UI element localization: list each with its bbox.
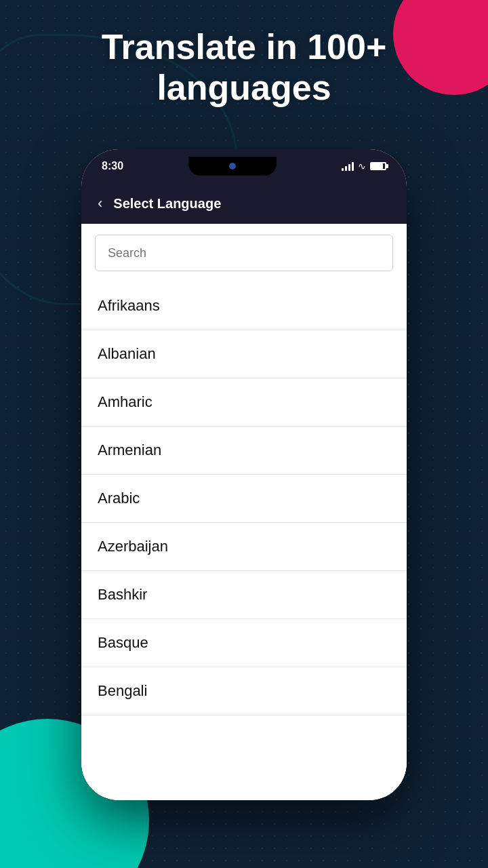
language-name: Amharic	[98, 393, 152, 410]
language-name: Azerbaijan	[98, 538, 168, 555]
header-title: Translate in 100+ languages	[0, 27, 488, 108]
language-name: Bashkir	[98, 586, 147, 603]
list-item[interactable]: Afrikaans	[81, 282, 407, 330]
language-list: AfrikaansAlbanianAmharicArmenianArabicAz…	[81, 282, 407, 800]
list-item[interactable]: Armenian	[81, 427, 407, 475]
list-item[interactable]: Bashkir	[81, 571, 407, 619]
list-item[interactable]: Arabic	[81, 475, 407, 523]
wifi-icon: ∿	[358, 161, 366, 172]
language-name: Afrikaans	[98, 297, 160, 314]
language-name: Basque	[98, 634, 148, 651]
signal-bar-1	[342, 168, 344, 171]
list-item[interactable]: Amharic	[81, 378, 407, 427]
status-icons: ∿	[342, 161, 386, 172]
app-navbar: ‹ Select Language	[81, 183, 407, 224]
phone-mockup: 8:30 ∿ ‹ Select Language	[81, 149, 407, 800]
notch-camera	[229, 163, 236, 170]
search-container	[81, 224, 407, 282]
status-time: 8:30	[102, 160, 123, 172]
language-name: Bengali	[98, 682, 147, 699]
language-name: Albanian	[98, 345, 156, 362]
list-item[interactable]: Azerbaijan	[81, 523, 407, 571]
list-item[interactable]: Basque	[81, 619, 407, 667]
signal-icon	[342, 161, 354, 171]
list-item[interactable]: Bengali	[81, 667, 407, 715]
language-name: Arabic	[98, 490, 140, 507]
back-button[interactable]: ‹	[98, 195, 102, 212]
signal-bar-2	[345, 166, 347, 171]
content-area: AfrikaansAlbanianAmharicArmenianArabicAz…	[81, 224, 407, 800]
navbar-title: Select Language	[113, 196, 221, 212]
status-bar: 8:30 ∿	[81, 149, 407, 183]
signal-bar-3	[348, 164, 350, 171]
battery-fill	[371, 163, 383, 169]
language-name: Armenian	[98, 441, 161, 458]
signal-bar-4	[352, 162, 354, 171]
phone-screen: 8:30 ∿ ‹ Select Language	[81, 149, 407, 800]
search-input[interactable]	[95, 235, 393, 271]
battery-icon	[370, 162, 386, 170]
notch	[188, 157, 277, 176]
list-item[interactable]: Albanian	[81, 330, 407, 378]
